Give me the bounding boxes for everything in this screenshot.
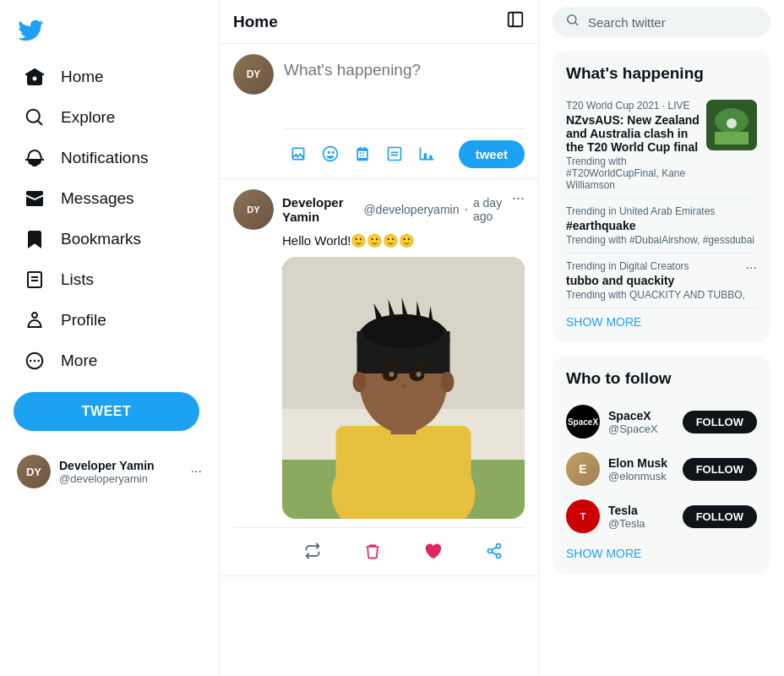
search-input[interactable] [588,15,757,30]
retweet-button[interactable] [299,537,326,565]
user-profile-menu[interactable]: DY Developer Yamin @developeryamin ··· [14,444,205,499]
compose-icons [284,139,441,168]
twitter-logo[interactable] [14,7,205,54]
follow-avatar-elon: E [566,452,600,486]
trending-box: What's happening T20 World Cup 2021 · LI… [553,51,770,342]
sidebar-item-profile[interactable]: Profile [14,301,205,340]
follow-info-spacex: SpaceX @SpaceX [608,409,683,435]
tweet-header: DY Developer Yamin @developeryamin · a d… [233,189,525,230]
follow-name: SpaceX [608,409,683,422]
follow-avatar-tesla: T [566,499,600,533]
trend-more-icon[interactable]: ··· [746,260,757,275]
page-title: Home [233,13,278,31]
sidebar-item-label: More [61,352,97,370]
tweet-author-name: Developer Yamin [282,195,358,224]
svg-rect-10 [336,426,471,510]
sidebar-item-home[interactable]: Home [14,57,205,96]
follow-button-tesla[interactable]: FOLLOW [683,505,757,528]
main-header: Home [220,0,538,44]
tweet-submit-button[interactable]: tweet [459,140,525,168]
svg-rect-0 [509,13,523,27]
svg-point-29 [497,553,501,558]
more-icon [24,350,46,372]
sidebar-item-label: Profile [61,311,106,330]
follow-show-more[interactable]: SHOW MORE [566,540,757,560]
follow-box: Who to follow SpaceX SpaceX @SpaceX FOLL… [553,356,770,574]
sidebar-item-explore[interactable]: Explore [14,98,205,137]
trend-desc: Trending with #T20WorldCupFinal, Kane Wi… [566,155,706,191]
trend-name: tubbo and quackity [566,274,745,287]
sidebar-item-notifications[interactable]: Notifications [14,139,205,177]
explore-icon [24,106,46,128]
follow-name: Tesla [608,504,683,517]
follow-handle: @SpaceX [608,422,683,435]
bookmark-icon [24,228,46,250]
trend-desc: Trending with #DubaiAirshow, #gessdubai [566,234,754,246]
main-content: Home DY [220,0,539,676]
svg-line-31 [493,547,498,549]
list-icon[interactable] [380,139,409,168]
emoji-icon[interactable] [316,139,345,168]
trend-name: #earthquake [566,219,754,232]
delete-button[interactable] [359,537,386,565]
profile-more-icon: ··· [191,464,202,479]
tweet-meta: Developer Yamin @developeryamin · a day … [282,195,512,224]
compose-input[interactable] [284,54,525,122]
sidebar-item-more[interactable]: More [14,341,205,380]
trend-item-2[interactable]: Trending in United Arab Emirates #earthq… [566,199,757,254]
trend-category: Trending in United Arab Emirates [566,205,754,217]
compose-toolbar: tweet [284,133,525,168]
profile-name: Developer Yamin [59,459,191,472]
sidebar-item-label: Bookmarks [61,230,141,248]
compose-avatar: DY [233,54,274,95]
chart-icon[interactable] [412,139,441,168]
follow-title: Who to follow [566,369,757,388]
image-icon[interactable] [284,139,313,168]
follow-handle: @elonmusk [608,470,683,482]
tweet-button[interactable]: TWEET [14,392,199,431]
svg-line-30 [493,552,498,554]
tweet-author-avatar: DY [233,189,274,230]
trending-show-more[interactable]: SHOW MORE [566,308,757,329]
trend-item-1[interactable]: T20 World Cup 2021 · LIVE NZvsAUS: New Z… [566,93,757,199]
trend-item-3[interactable]: Trending in Digital Creators tubbo and q… [566,254,757,308]
lists-icon [24,269,46,291]
home-icon [24,66,46,88]
sidebar-item-label: Explore [61,108,115,127]
compose-right: tweet [284,54,525,168]
svg-point-24 [416,372,422,377]
svg-point-35 [727,118,737,128]
follow-button-spacex[interactable]: FOLLOW [683,411,757,433]
sidebar-item-messages[interactable]: Messages [14,179,205,218]
tweet-menu-button[interactable]: ··· [512,189,525,207]
follow-item-spacex: SpaceX SpaceX @SpaceX FOLLOW [566,398,757,445]
trend-thumbnail [706,100,757,150]
left-sidebar: Home Explore Notifications Messages Book… [0,0,220,676]
follow-button-elon[interactable]: FOLLOW [683,458,757,481]
search-icon [566,14,580,30]
bell-icon [24,147,46,169]
compose-area: DY [220,44,538,179]
calendar-icon[interactable] [348,139,377,168]
sidebar-item-label: Messages [61,189,134,208]
like-button[interactable] [419,537,448,565]
mail-icon [24,188,46,210]
profile-handle: @developeryamin [59,472,191,485]
trend-desc: Trending with QUACKITY AND TUBBO, [566,289,745,301]
tweet-time: a day ago [473,196,512,223]
search-bar[interactable] [553,7,770,37]
sparkle-icon[interactable] [506,10,525,33]
share-button[interactable] [481,537,508,565]
follow-item-tesla: T Tesla @Tesla FOLLOW [566,493,757,540]
tweet-card: DY Developer Yamin @developeryamin · a d… [220,179,538,576]
tweet-author-handle: @developeryamin [363,203,459,216]
trending-title: What's happening [566,64,757,83]
sidebar-item-lists[interactable]: Lists [14,260,205,299]
follow-info-elon: Elon Musk @elonmusk [608,456,683,482]
user-avatar: DY [17,455,51,488]
svg-point-23 [389,372,395,377]
follow-info-tesla: Tesla @Tesla [608,504,683,530]
tweet-author-info: Developer Yamin @developeryamin · a day … [282,195,512,224]
sidebar-item-bookmarks[interactable]: Bookmarks [14,220,205,259]
tweet-image [282,257,525,519]
